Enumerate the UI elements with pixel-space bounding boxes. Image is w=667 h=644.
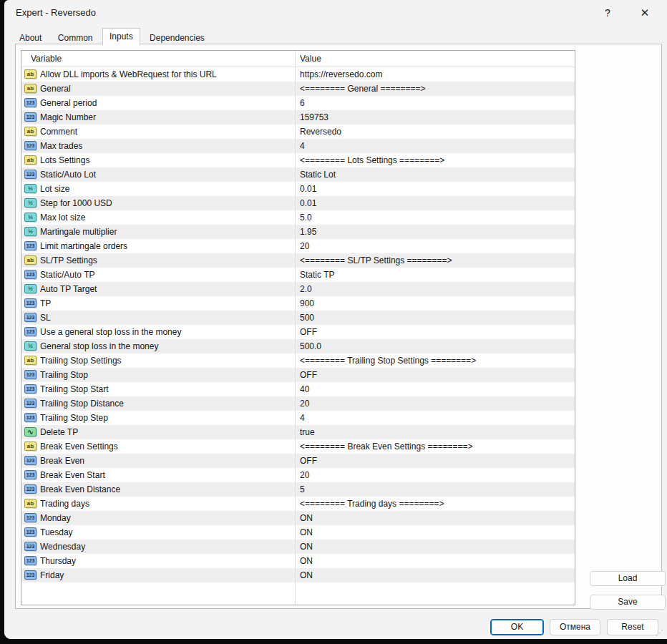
resize-grip[interactable]: ⋰ xyxy=(656,628,664,637)
variable-name: Friday xyxy=(40,570,64,580)
table-row[interactable]: 123MondayON xyxy=(21,511,575,525)
variable-value[interactable]: 900 xyxy=(300,298,314,308)
table-row[interactable]: abTrading days<======== Trading days ===… xyxy=(21,497,575,511)
variable-name: Trailing Stop Start xyxy=(40,384,109,394)
variable-value[interactable]: 0.01 xyxy=(300,184,316,194)
table-row[interactable]: ½Auto TP Target2.0 xyxy=(21,282,575,296)
variable-value[interactable]: 5 xyxy=(300,484,305,494)
table-row[interactable]: 123TuesdayON xyxy=(21,525,575,540)
inputs-tab-panel: Variable Value abAllow DLL imports & Web… xyxy=(15,44,662,609)
variable-name: Comment xyxy=(40,127,77,137)
save-button[interactable]: Save xyxy=(590,595,666,610)
ok-button[interactable]: OK xyxy=(490,619,544,635)
cancel-button[interactable]: Отмена xyxy=(550,619,600,635)
variable-value[interactable]: true xyxy=(300,427,315,437)
table-row[interactable]: ∿Delete TPtrue xyxy=(21,425,575,439)
table-row[interactable]: 123Trailing Stop Start40 xyxy=(21,382,575,396)
variable-value[interactable]: 40 xyxy=(300,384,309,394)
variable-value[interactable]: 500.0 xyxy=(300,341,321,351)
variable-value[interactable]: 6 xyxy=(300,98,305,108)
table-row[interactable]: 123Max trades4 xyxy=(21,139,575,153)
variable-value[interactable]: <======== General ========> xyxy=(300,84,426,94)
variable-value[interactable]: 20 xyxy=(300,470,309,480)
table-row[interactable]: abBreak Even Settings<======== Break Eve… xyxy=(21,439,575,454)
table-row[interactable]: 123WednesdayON xyxy=(21,540,575,554)
variable-value[interactable]: OFF xyxy=(300,370,317,380)
variable-value[interactable]: 4 xyxy=(300,141,305,151)
table-row[interactable]: 123Static/Auto TPStatic TP xyxy=(21,268,575,282)
table-row[interactable]: 123Trailing Stop Step4 xyxy=(21,411,575,425)
variable-value[interactable]: ON xyxy=(300,527,313,537)
variable-value[interactable]: 159753 xyxy=(300,112,328,122)
variable-value[interactable]: ON xyxy=(300,556,313,566)
variable-value[interactable]: OFF xyxy=(300,456,317,466)
variable-value[interactable]: https://reversedo.com xyxy=(300,69,382,79)
table-row[interactable]: ½General stop loss in the money500.0 xyxy=(21,339,575,353)
table-row[interactable]: 123FridayON xyxy=(21,568,575,582)
table-row[interactable]: 123SL500 xyxy=(21,311,575,325)
table-row[interactable]: ½Martingale multiplier1.95 xyxy=(21,225,575,239)
table-row[interactable]: 123Trailing StopOFF xyxy=(21,368,575,382)
variable-value[interactable]: 20 xyxy=(300,399,309,409)
int-type-icon: 123 xyxy=(24,141,36,150)
variable-name: SL xyxy=(40,313,51,323)
variable-value[interactable]: 500 xyxy=(300,313,314,323)
variable-value[interactable]: Static TP xyxy=(300,270,334,280)
tab-inputs[interactable]: Inputs xyxy=(102,28,140,46)
table-row[interactable]: 123General period6 xyxy=(21,96,575,110)
table-row[interactable]: abLots Settings<======== Lots Settings =… xyxy=(21,153,575,167)
table-row[interactable]: abSL/TP Settings<======== SL/TP Settings… xyxy=(21,253,575,268)
double-type-icon: ½ xyxy=(24,227,36,236)
table-row[interactable]: 123Magic Number159753 xyxy=(21,110,575,125)
table-row[interactable]: abAllow DLL imports & WebRequest for thi… xyxy=(21,67,575,82)
variable-value[interactable]: <======== Trailing Stop Settings =======… xyxy=(300,356,476,366)
table-row[interactable]: 123Trailing Stop Distance20 xyxy=(21,396,575,411)
variable-value[interactable]: 20 xyxy=(300,241,309,251)
close-button[interactable]: ✕ xyxy=(633,4,657,21)
int-type-icon: 123 xyxy=(24,399,36,408)
variable-value[interactable]: Static Lot xyxy=(300,170,336,180)
variable-name: Break Even Distance xyxy=(40,484,120,494)
table-row[interactable]: 123Break Even Distance5 xyxy=(21,482,575,497)
variable-name: Break Even xyxy=(40,456,84,466)
reset-button[interactable]: Reset xyxy=(607,619,658,635)
variable-value[interactable]: ON xyxy=(300,570,313,580)
help-button[interactable]: ? xyxy=(595,4,620,21)
variable-value[interactable]: 4 xyxy=(300,413,305,423)
variable-value[interactable]: <======== Break Even Settings ========> xyxy=(300,441,473,452)
double-type-icon: ½ xyxy=(24,284,36,293)
table-row[interactable]: 123Break EvenOFF xyxy=(21,454,575,468)
variable-name: Max trades xyxy=(40,141,82,151)
double-type-icon: ½ xyxy=(24,341,36,351)
variable-value[interactable]: <======== Lots Settings ========> xyxy=(300,155,444,165)
table-row[interactable]: ½Max lot size5.0 xyxy=(21,210,575,225)
variable-value[interactable]: 0.01 xyxy=(300,198,316,208)
variable-name: Break Even Settings xyxy=(40,441,118,452)
table-row[interactable]: ½Lot size0.01 xyxy=(21,182,575,196)
title-bar: Expert - Reversedo ? ✕ xyxy=(4,0,667,26)
table-row[interactable]: 123Use a general stop loss in the moneyO… xyxy=(21,325,575,339)
table-row[interactable]: 123ThursdayON xyxy=(21,554,575,568)
table-row[interactable]: 123Limit martingale orders20 xyxy=(21,239,575,253)
table-row[interactable]: abGeneral<======== General ========> xyxy=(21,82,575,96)
variable-value[interactable]: ON xyxy=(300,513,313,523)
table-row[interactable]: abTrailing Stop Settings<======== Traili… xyxy=(21,353,575,368)
variable-value[interactable]: 2.0 xyxy=(300,284,312,294)
variable-name: SL/TP Settings xyxy=(40,255,97,265)
int-type-icon: 123 xyxy=(24,112,36,122)
variable-value[interactable]: ON xyxy=(300,542,313,552)
variable-value[interactable]: 1.95 xyxy=(300,227,316,237)
table-row[interactable]: 123Break Even Start20 xyxy=(21,468,575,482)
variable-value[interactable]: <======== SL/TP Settings ========> xyxy=(300,255,452,265)
variable-value[interactable]: 5.0 xyxy=(300,213,312,223)
table-row[interactable]: 123TP900 xyxy=(21,296,575,311)
variable-value[interactable]: <======== Trading days ========> xyxy=(300,499,444,509)
int-type-icon: 123 xyxy=(24,98,36,107)
table-row[interactable]: 123Static/Auto LotStatic Lot xyxy=(21,167,575,182)
variable-value[interactable]: Reversedo xyxy=(300,127,341,137)
variable-value[interactable]: OFF xyxy=(300,327,317,337)
table-row[interactable]: ½Step for 1000 USD0.01 xyxy=(21,196,575,210)
table-row[interactable]: abCommentReversedo xyxy=(21,125,575,139)
load-button[interactable]: Load xyxy=(590,571,666,586)
variable-name: Wednesday xyxy=(40,542,85,552)
